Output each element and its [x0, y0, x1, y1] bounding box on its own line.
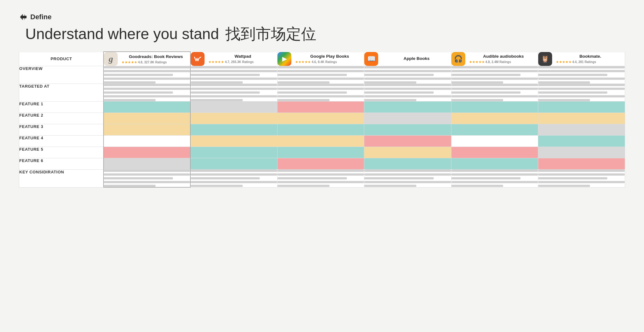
feature-color-block [191, 102, 277, 113]
product-header-wattpad: Wattpad ★★★★★ 4.7, 293.3K Ratings [190, 52, 277, 66]
cell-feature-3-wattpad [190, 124, 277, 136]
row-label: FEATURE 3 [19, 124, 104, 136]
text-placeholder [277, 170, 364, 187]
cell-feature-1-wattpad [190, 102, 277, 113]
cell-feature-6-googleplay [277, 158, 364, 170]
feature-color-block [277, 136, 364, 147]
product-rating: ★★★★★ 4.6, 8.4K Ratings [295, 60, 364, 64]
feature-color-block [277, 113, 364, 124]
cell-feature-3-audible [451, 124, 538, 136]
cell-feature-5-apple [364, 147, 451, 158]
product-name: Goodreads: Book Reviews [122, 54, 190, 60]
text-placeholder [364, 66, 451, 84]
cell-overview-googleplay [277, 66, 364, 84]
text-placeholder [538, 170, 625, 187]
cell-feature-5-wattpad [190, 147, 277, 158]
cell-feature-6-goodreads [104, 158, 190, 170]
cell-feature-5-goodreads [104, 147, 190, 158]
product-logo: 📖 [364, 52, 378, 66]
cell-feature-6-apple [364, 158, 451, 170]
row-feature-2: FEATURE 2 [19, 113, 625, 124]
cell-feature-1-bookmate [538, 102, 625, 113]
comparison-table: PRODUCT g Goodreads: Book Reviews ★★★★★ … [19, 51, 625, 188]
product-header-googleplay: ▶ Google Play Books ★★★★★ 4.6, 8.4K Rati… [277, 52, 364, 66]
feature-color-block [277, 124, 364, 135]
feature-color-block [104, 147, 190, 158]
app-name: Define [30, 13, 51, 21]
define-label: Define [19, 13, 625, 21]
cell-feature-6-wattpad [190, 158, 277, 170]
row-label: TARGETED AT [19, 84, 104, 102]
cell-feature-5-audible [451, 147, 538, 158]
feature-color-block [364, 147, 451, 158]
product-header-row: PRODUCT g Goodreads: Book Reviews ★★★★★ … [19, 52, 625, 66]
feature-color-block [104, 158, 190, 169]
feature-color-block [191, 158, 277, 169]
cell-feature-1-goodreads [104, 102, 190, 113]
product-logo: g [104, 52, 118, 66]
product-name: Audible audiobooks [469, 54, 538, 59]
row-label: FEATURE 4 [19, 136, 104, 147]
feature-color-block [538, 147, 625, 158]
text-placeholder [104, 84, 190, 101]
row-feature-4: FEATURE 4 [19, 136, 625, 147]
feature-color-block [277, 147, 364, 158]
text-placeholder [191, 66, 277, 84]
feature-color-block [364, 136, 451, 147]
cell-feature-3-googleplay [277, 124, 364, 136]
row-label: FEATURE 5 [19, 147, 104, 158]
product-header-apple: 📖 Apple Books [364, 52, 451, 66]
product-header-bookmate: 🦉 Bookmate. ★★★★★ 4.4, 281 Ratings [538, 52, 625, 66]
text-placeholder [451, 66, 538, 84]
feature-color-block [104, 136, 190, 147]
define-icon [19, 13, 28, 21]
cell-feature-4-goodreads [104, 136, 190, 147]
cell-feature-4-bookmate [538, 136, 625, 147]
product-logo: ▶ [277, 52, 291, 66]
svg-marker-1 [20, 14, 27, 20]
feature-color-block [451, 124, 538, 135]
product-header-goodreads: g Goodreads: Book Reviews ★★★★★ 4.8, 327… [104, 52, 190, 66]
cell-key-audible [451, 170, 538, 188]
feature-color-block [191, 136, 277, 147]
text-placeholder [451, 84, 538, 101]
cell-key-googleplay [277, 170, 364, 188]
row-key-considiration: KEY CONSIDIRATION [19, 170, 625, 188]
cell-feature-2-bookmate [538, 113, 625, 124]
feature-color-block [451, 136, 538, 147]
header-area: Define Understand where you stand找到市场定位 [19, 13, 625, 43]
cell-feature-5-bookmate [538, 147, 625, 158]
text-placeholder [191, 84, 277, 101]
row-feature-1: FEATURE 1 [19, 102, 625, 113]
feature-color-block [538, 158, 625, 169]
cell-key-wattpad [190, 170, 277, 188]
product-logo [191, 52, 205, 66]
feature-color-block [364, 113, 451, 124]
cell-feature-4-audible [451, 136, 538, 147]
cell-targeted-at-wattpad [190, 84, 277, 102]
feature-color-block [364, 124, 451, 135]
cell-feature-6-audible [451, 158, 538, 170]
cell-feature-3-bookmate [538, 124, 625, 136]
text-placeholder [104, 66, 190, 84]
product-logo: 🎧 [451, 52, 465, 66]
cell-feature-4-apple [364, 136, 451, 147]
row-overview: OVERVIEW [19, 66, 625, 84]
feature-color-block [104, 113, 190, 124]
feature-color-block [538, 124, 625, 135]
product-rating: ★★★★★ 4.4, 281 Ratings [556, 60, 625, 64]
text-placeholder [277, 66, 364, 84]
product-rating: ★★★★★ 4.8, 2.4M Ratings [469, 60, 538, 64]
feature-color-block [451, 113, 538, 124]
feature-color-block [451, 147, 538, 158]
product-name: Wattpad [208, 54, 277, 59]
cell-overview-goodreads [104, 66, 190, 84]
feature-color-block [538, 102, 625, 113]
feature-color-block [451, 102, 538, 113]
product-name: Bookmate. [556, 54, 625, 59]
cell-targeted-at-goodreads [104, 84, 190, 102]
feature-color-block [277, 102, 364, 113]
cell-feature-6-bookmate [538, 158, 625, 170]
cell-feature-2-wattpad [190, 113, 277, 124]
text-placeholder [538, 66, 625, 84]
